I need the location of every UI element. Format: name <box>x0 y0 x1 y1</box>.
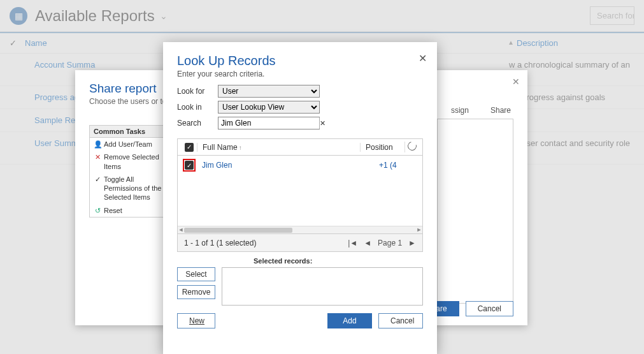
cancel-button[interactable]: Cancel <box>378 313 423 328</box>
share-target-list[interactable] <box>437 119 513 304</box>
scroll-thumb[interactable] <box>184 228 292 233</box>
results-pager: 1 - 1 of 1 (1 selected) |◄ ◄ Page 1 ► <box>177 234 423 252</box>
lookup-title: Look Up Records <box>177 54 423 68</box>
next-page-icon[interactable]: ► <box>408 239 416 247</box>
check-icon: ✓ <box>94 175 101 184</box>
search-input-wrap: ✕ <box>218 117 320 129</box>
select-button[interactable]: Select <box>177 267 215 281</box>
lookfor-label: Look for <box>177 87 218 96</box>
search-input[interactable] <box>218 119 319 128</box>
cancel-button[interactable]: Cancel <box>466 301 513 316</box>
lookin-label: Look in <box>177 103 218 112</box>
remove-icon: ✕ <box>94 152 101 161</box>
new-button[interactable]: New <box>177 313 215 328</box>
row-checkbox[interactable]: ✓ <box>185 161 194 170</box>
lookup-subtitle: Enter your search criteria. <box>177 70 423 78</box>
scroll-left-icon[interactable]: ◄ <box>178 226 184 233</box>
result-row[interactable]: ✓ Jim Glen +1 (4 <box>178 156 422 175</box>
scroll-right-icon[interactable]: ► <box>416 226 422 233</box>
refresh-icon <box>406 140 418 152</box>
lookup-records-dialog: ✕ Look Up Records Enter your search crit… <box>163 42 437 354</box>
refresh-button[interactable] <box>404 142 419 152</box>
task-toggle-permissions[interactable]: ✓Toggle All Permissions of the Selected … <box>90 173 175 204</box>
common-tasks-header: Common Tasks <box>90 126 175 138</box>
row-checkbox-highlight: ✓ <box>183 159 196 172</box>
clear-search-icon[interactable]: ✕ <box>319 117 326 129</box>
close-icon[interactable]: ✕ <box>419 52 427 64</box>
pager-status: 1 - 1 of 1 (1 selected) <box>184 239 256 247</box>
results-header: ✓ Full Name↑ Position <box>178 139 422 156</box>
task-remove-selected[interactable]: ✕Remove Selected Items <box>90 151 175 173</box>
lookfor-select[interactable]: User <box>218 85 320 98</box>
task-reset[interactable]: ↺Reset <box>90 204 175 217</box>
first-page-icon[interactable]: |◄ <box>348 239 357 247</box>
reset-icon: ↺ <box>94 206 101 215</box>
row-fullname: Jim Glen <box>197 161 374 170</box>
selected-records-label: Selected records: <box>254 257 423 265</box>
common-tasks-panel: Common Tasks 👤Add User/Team ✕Remove Sele… <box>89 125 175 218</box>
sort-asc-icon: ↑ <box>239 144 242 151</box>
col-share: Share <box>488 106 513 115</box>
lookin-select[interactable]: User Lookup View <box>218 101 320 114</box>
col-assign: ssign <box>448 106 471 115</box>
prev-page-icon[interactable]: ◄ <box>364 239 371 247</box>
remove-button[interactable]: Remove <box>177 285 215 299</box>
select-all-checkbox[interactable]: ✓ <box>185 143 194 152</box>
results-grid: ✓ Full Name↑ Position ✓ Jim Glen +1 (4 ◄… <box>177 138 423 234</box>
col-fullname[interactable]: Full Name↑ <box>197 143 360 152</box>
row-position: +1 (4 <box>374 161 419 170</box>
close-icon[interactable]: ✕ <box>512 77 520 87</box>
pager-page: Page 1 <box>378 239 402 247</box>
task-add-user[interactable]: 👤Add User/Team <box>90 138 175 151</box>
horizontal-scrollbar[interactable]: ◄ ► <box>178 226 422 233</box>
selected-records-box[interactable] <box>222 267 423 306</box>
col-position[interactable]: Position <box>360 143 404 152</box>
add-button[interactable]: Add <box>327 313 372 328</box>
user-plus-icon: 👤 <box>94 140 101 149</box>
search-label: Search <box>177 119 218 128</box>
share-columns: ssign Share <box>448 106 513 115</box>
